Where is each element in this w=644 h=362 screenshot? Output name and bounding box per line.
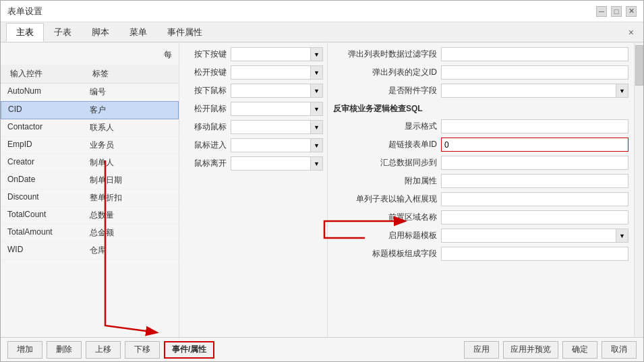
- input-template-fields[interactable]: [441, 247, 628, 261]
- label-keydown: 按下按键: [183, 49, 231, 60]
- field-row-contactor[interactable]: Contactor 联系人: [1, 119, 179, 137]
- btn-apply[interactable]: 应用: [464, 341, 499, 359]
- btn-apply-preview[interactable]: 应用并预览: [503, 341, 558, 359]
- field-label-discount: 整单折扣: [90, 192, 172, 204]
- dd-attachment-arrow[interactable]: ▼: [616, 84, 628, 97]
- dd-keydown-text: [231, 48, 310, 61]
- scroll-thumb[interactable]: [635, 45, 643, 86]
- field-label-totalamount: 总金额: [90, 227, 172, 239]
- field-row-cid[interactable]: CID 客户: [1, 101, 179, 119]
- btn-event-property[interactable]: 事件/属性: [164, 341, 214, 359]
- input-sync-to[interactable]: [441, 156, 628, 170]
- dd-mouseup[interactable]: ▼: [231, 102, 323, 116]
- dd-mouseleave-text: [231, 157, 310, 170]
- btn-up[interactable]: 上移: [86, 341, 121, 359]
- dd-mouseenter-arrow[interactable]: ▼: [310, 139, 322, 152]
- col-header-label: 标签: [90, 67, 172, 81]
- field-label-totalcount: 总数量: [90, 210, 172, 221]
- field-row-ondate[interactable]: OnDate 制单日期: [1, 172, 179, 189]
- row-filter-field: 弹出列表时数据过滤字段: [328, 45, 634, 63]
- field-row-wid[interactable]: WID 仓库: [1, 242, 179, 260]
- dd-mouseleave[interactable]: ▼: [231, 156, 323, 171]
- left-panel: 每 输入控件 标签 AutoNum 编号 CID 客户: [1, 42, 179, 337]
- field-row-creator[interactable]: Creator 制单人: [1, 154, 179, 172]
- row-display-format: 显示格式: [328, 117, 634, 135]
- minimize-button[interactable]: ─: [596, 6, 607, 17]
- row-mouseenter: 鼠标进入 ▼: [179, 136, 327, 154]
- row-extra-prop: 附加属性: [328, 172, 634, 190]
- btn-cancel[interactable]: 取消: [602, 341, 637, 359]
- dd-keydown[interactable]: ▼: [231, 47, 323, 61]
- tab-event[interactable]: 事件属性: [157, 23, 212, 42]
- bottom-right-buttons: 应用 应用并预览 确定 取消: [464, 341, 637, 359]
- dd-title-template-arrow[interactable]: ▼: [616, 229, 628, 242]
- dd-title-template-text: [442, 229, 616, 242]
- dd-mousemove[interactable]: ▼: [231, 120, 323, 134]
- label-display-format: 显示格式: [333, 121, 441, 132]
- title-bar: 表单设置 ─ □ ✕: [1, 1, 643, 22]
- btn-add[interactable]: 增加: [7, 341, 42, 359]
- field-label-cid: 客户: [90, 104, 171, 116]
- input-filter-field[interactable]: [441, 47, 628, 61]
- row-popup-id: 弹出列表的定义ID: [328, 63, 634, 82]
- row-mousedown: 按下鼠标 ▼: [179, 82, 327, 100]
- dd-mouseenter[interactable]: ▼: [231, 138, 323, 152]
- dd-mousedown-arrow[interactable]: ▼: [310, 84, 322, 97]
- btn-down[interactable]: 下移: [125, 341, 160, 359]
- fields-table-header: 输入控件 标签: [1, 65, 179, 84]
- input-single-col[interactable]: [441, 192, 628, 206]
- label-attachment: 是否附件字段: [333, 85, 441, 96]
- dd-mouseup-arrow[interactable]: ▼: [310, 102, 322, 115]
- maximize-button[interactable]: □: [611, 6, 622, 17]
- tab-main[interactable]: 主表: [6, 23, 44, 42]
- dd-title-template[interactable]: ▼: [441, 229, 628, 243]
- field-row-totalcount[interactable]: TotalCount 总数量: [1, 207, 179, 224]
- btn-delete[interactable]: 删除: [47, 341, 82, 359]
- input-display-format[interactable]: [441, 119, 628, 133]
- window-controls: ─ □ ✕: [596, 6, 637, 17]
- label-single-col: 单列子表以输入框展现: [333, 193, 441, 205]
- field-name-contactor: Contactor: [7, 122, 90, 133]
- label-sync-to: 汇总数据同步到: [333, 157, 441, 169]
- dd-mouseup-text: [231, 102, 310, 115]
- field-name-ondate: OnDate: [7, 175, 90, 186]
- field-row-autonum[interactable]: AutoNum 编号: [1, 84, 179, 101]
- field-row-discount[interactable]: Discount 整单折扣: [1, 189, 179, 207]
- close-button[interactable]: ✕: [626, 6, 637, 17]
- label-popup-id: 弹出列表的定义ID: [333, 67, 441, 78]
- dd-keydown-arrow[interactable]: ▼: [310, 48, 322, 61]
- input-prefix-area[interactable]: [441, 210, 628, 224]
- field-row-totalamount[interactable]: TotalAmount 总金额: [1, 224, 179, 242]
- label-extra-prop: 附加属性: [333, 175, 441, 187]
- dd-mouseleave-arrow[interactable]: ▼: [310, 157, 322, 170]
- panels-wrapper: 每 输入控件 标签 AutoNum 编号 CID 客户: [1, 42, 643, 337]
- field-label-creator: 制单人: [90, 157, 172, 169]
- field-row-empid[interactable]: EmpID 业务员: [1, 137, 179, 154]
- dd-keyup-arrow[interactable]: ▼: [310, 66, 322, 79]
- row-keyup: 松开按键 ▼: [179, 63, 327, 82]
- row-mouseleave: 鼠标离开 ▼: [179, 154, 327, 173]
- dd-mousedown[interactable]: ▼: [231, 84, 323, 98]
- row-keydown: 按下按键 ▼: [179, 45, 327, 63]
- input-extra-prop[interactable]: [441, 174, 628, 188]
- field-label-wid: 仓库: [90, 245, 172, 256]
- field-name-discount: Discount: [7, 192, 90, 204]
- dd-attachment[interactable]: ▼: [441, 84, 628, 98]
- input-hyperlink-id[interactable]: [441, 138, 628, 152]
- tab-menu[interactable]: 菜单: [119, 23, 157, 42]
- tab-sub[interactable]: 子表: [44, 23, 82, 42]
- tab-close-button[interactable]: ×: [624, 27, 638, 38]
- field-label-empid: 业务员: [90, 140, 172, 151]
- field-name-autonum: AutoNum: [7, 86, 90, 98]
- input-popup-id[interactable]: [441, 65, 628, 80]
- section-title-text: 反审核业务逻辑检查SQL: [333, 103, 423, 115]
- label-mouseenter: 鼠标进入: [183, 140, 231, 151]
- tab-script[interactable]: 脚本: [82, 23, 119, 42]
- right-properties-panel: 弹出列表时数据过滤字段 弹出列表的定义ID 是否附件字段 ▼: [328, 42, 634, 337]
- btn-ok[interactable]: 确定: [562, 341, 597, 359]
- dd-mousemove-arrow[interactable]: ▼: [310, 121, 322, 133]
- dd-keyup[interactable]: ▼: [231, 65, 323, 80]
- label-mousemove: 移动鼠标: [183, 121, 231, 133]
- label-mouseup: 松开鼠标: [183, 103, 231, 115]
- right-scrollbar[interactable]: [634, 42, 643, 337]
